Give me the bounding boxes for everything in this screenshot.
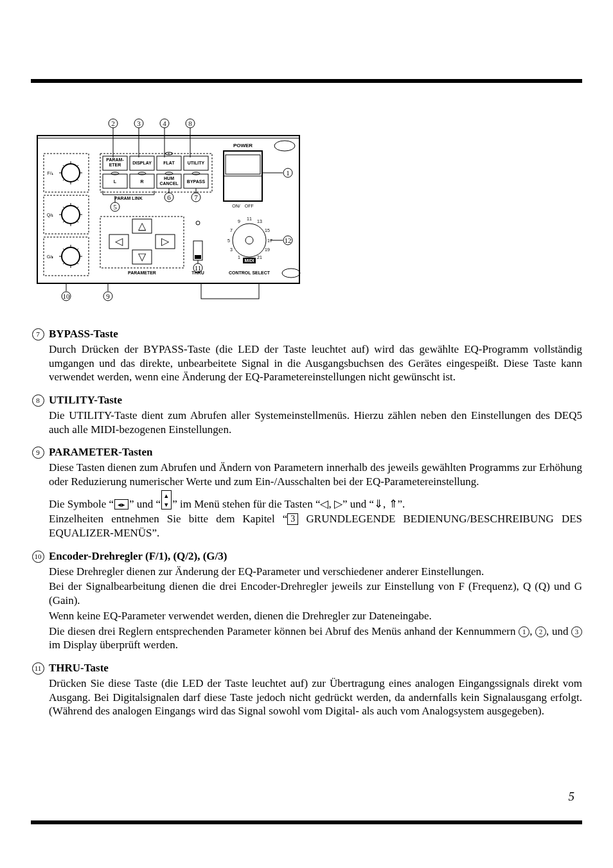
entry-title: BYPASS-Taste bbox=[49, 327, 582, 341]
svg-rect-50 bbox=[195, 255, 201, 259]
btn-display: DISPLAY bbox=[132, 161, 152, 165]
entry-para: Durch Drücken der BYPASS-Taste (die LED … bbox=[49, 342, 582, 384]
encoder-g: G/₃ bbox=[47, 254, 53, 259]
entry-title: PARAMETER-Tasten bbox=[49, 445, 582, 459]
callout-4: 4 bbox=[163, 120, 166, 127]
callout-6: 6 bbox=[167, 193, 171, 201]
entry-para: Diese Tasten dienen zum Abrufen und Ände… bbox=[49, 461, 582, 489]
svg-text:▷: ▷ bbox=[161, 236, 170, 247]
callout-12: 12 bbox=[285, 236, 292, 244]
entry-para: Die Symbole “◂▸” und “▴▾” im Menü stehen… bbox=[49, 490, 582, 511]
svg-text:HUM: HUM bbox=[164, 176, 174, 181]
entry-8: 8UTILITY-TasteDie UTILITY-Taste dient zu… bbox=[31, 393, 582, 436]
label-control-select: CONTROL SELECT bbox=[229, 270, 271, 275]
svg-text:19: 19 bbox=[265, 247, 270, 252]
entry-num: 9 bbox=[32, 447, 44, 459]
svg-text:21: 21 bbox=[257, 255, 262, 260]
svg-text:5: 5 bbox=[227, 238, 230, 243]
power-area: POWER ON/ OFF 1 bbox=[224, 141, 295, 208]
entry-11: 11THRU-TasteDrücken Sie diese Taste (die… bbox=[31, 661, 582, 718]
callout-2: 2 bbox=[111, 120, 115, 127]
entry-para: Einzelheiten entnehmen Sie bitte dem Kap… bbox=[49, 512, 582, 540]
entry-para: Diese Drehregler dienen zur Änderung der… bbox=[49, 565, 582, 579]
callout-10: 10 bbox=[63, 292, 71, 300]
entry-10: 10Encoder-Drehregler (F/1), (Q/2), (G/3)… bbox=[31, 549, 582, 652]
entry-9: 9PARAMETER-TastenDiese Tasten dienen zum… bbox=[31, 445, 582, 540]
diagram-svg: 2 3 4 8 POWER bbox=[31, 115, 306, 308]
callout-5: 5 bbox=[113, 203, 117, 211]
rule-top bbox=[31, 79, 582, 83]
btn-l: L bbox=[114, 179, 117, 184]
page-number: 5 bbox=[569, 790, 575, 804]
encoder-q: Q/₂ bbox=[47, 213, 53, 218]
callout-3: 3 bbox=[137, 120, 141, 127]
callout-9: 9 bbox=[106, 292, 110, 300]
svg-text:◁: ◁ bbox=[115, 236, 123, 247]
entry-para: Drücken Sie diese Taste (die LED der Tas… bbox=[49, 677, 582, 718]
entry-num: 8 bbox=[32, 394, 44, 407]
svg-text:△: △ bbox=[138, 220, 147, 231]
label-midi: MIDI bbox=[245, 258, 254, 263]
entry-para: Bei der Signalbearbeitung dienen die dre… bbox=[49, 580, 582, 608]
entry-para: Die UTILITY-Taste dient zum Abrufen alle… bbox=[49, 409, 582, 437]
rule-bottom bbox=[31, 820, 582, 824]
label-onoff: ON/ OFF bbox=[232, 204, 253, 208]
page: 2 3 4 8 POWER bbox=[0, 0, 613, 868]
svg-rect-9 bbox=[201, 283, 259, 299]
svg-point-52 bbox=[245, 236, 253, 244]
device-diagram: 2 3 4 8 POWER bbox=[31, 115, 306, 308]
entry-title: THRU-Taste bbox=[49, 661, 582, 675]
entry-title: UTILITY-Taste bbox=[49, 393, 582, 407]
svg-point-10 bbox=[274, 141, 295, 151]
svg-point-51 bbox=[233, 224, 266, 257]
callout-8: 8 bbox=[188, 120, 192, 127]
control-select-dial: 11 13 15 17 19 21 23 1 3 5 7 9 MIDI CONT… bbox=[227, 217, 300, 278]
svg-text:1: 1 bbox=[238, 255, 240, 260]
svg-text:15: 15 bbox=[265, 228, 270, 233]
svg-text:3: 3 bbox=[230, 247, 233, 252]
btn-r: R bbox=[140, 179, 143, 184]
encoder-f: F/₁ bbox=[47, 171, 53, 175]
label-param-link: PARAM LINK bbox=[114, 196, 142, 200]
parameter-pad: △ ◁ ▷ ▽ PARAMETER bbox=[100, 217, 184, 275]
btn-flat: FLAT bbox=[163, 161, 175, 165]
svg-text:7: 7 bbox=[230, 228, 233, 233]
label-parameter: PARAMETER bbox=[128, 270, 156, 275]
svg-text:PARAM-: PARAM- bbox=[106, 157, 124, 162]
svg-text:CANCEL: CANCEL bbox=[159, 181, 179, 186]
entry-num: 10 bbox=[32, 551, 44, 563]
svg-rect-12 bbox=[226, 155, 260, 174]
svg-text:13: 13 bbox=[257, 219, 262, 224]
svg-text:▽: ▽ bbox=[138, 251, 147, 262]
svg-text:9: 9 bbox=[238, 219, 240, 224]
callout-7: 7 bbox=[194, 193, 198, 201]
svg-text:ETER: ETER bbox=[109, 163, 121, 167]
btn-utility: UTILITY bbox=[188, 161, 205, 165]
entry-para: Wenn keine EQ-Parameter verwendet werden… bbox=[49, 609, 582, 623]
label-power: POWER bbox=[233, 143, 253, 148]
entry-num: 7 bbox=[32, 328, 44, 341]
btn-bypass: BYPASS bbox=[187, 179, 206, 184]
entry-num: 11 bbox=[32, 662, 44, 675]
entries: 7BYPASS-TasteDurch Drücken der BYPASS-Ta… bbox=[31, 327, 582, 718]
callout-11: 11 bbox=[195, 264, 202, 272]
svg-point-48 bbox=[196, 221, 200, 225]
entry-para: Die diesen drei Reglern entsprechenden P… bbox=[49, 624, 582, 653]
encoder-column: F/₁ Q/₂ G/₃ bbox=[44, 154, 89, 276]
entry-7: 7BYPASS-TasteDurch Drücken der BYPASS-Ta… bbox=[31, 327, 582, 384]
svg-point-68 bbox=[282, 269, 300, 278]
svg-text:11: 11 bbox=[247, 217, 252, 221]
entry-title: Encoder-Drehregler (F/1), (Q/2), (G/3) bbox=[49, 549, 582, 563]
callout-1: 1 bbox=[286, 169, 290, 177]
